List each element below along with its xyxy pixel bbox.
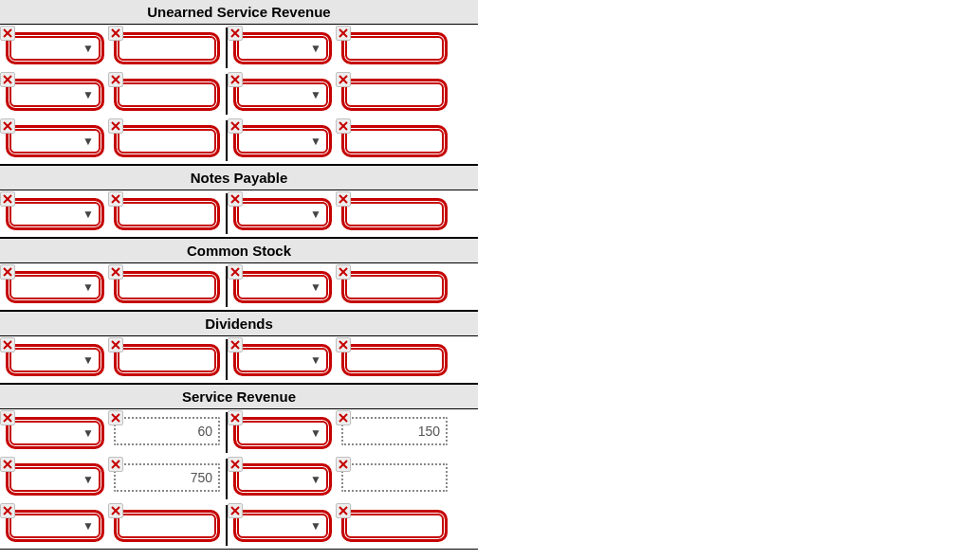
code-select[interactable]: ▼ <box>6 125 104 157</box>
amount-value: 750 <box>191 470 212 485</box>
select-cell: ▼ <box>2 459 108 499</box>
amount-input[interactable] <box>114 79 220 111</box>
select-cell: ▼ <box>229 459 336 499</box>
code-select[interactable]: ▼ <box>233 79 332 111</box>
chevron-down-icon: ▼ <box>82 208 94 221</box>
amount-input[interactable]: 750 <box>114 463 220 492</box>
error-badge <box>336 503 351 518</box>
code-select[interactable]: ▼ <box>233 463 332 496</box>
account-title: Notes Payable <box>0 166 478 190</box>
close-icon <box>3 267 12 277</box>
code-select[interactable]: ▼ <box>6 344 104 376</box>
code-select[interactable]: ▼ <box>6 79 104 111</box>
close-icon <box>3 75 12 84</box>
amount-cell <box>110 266 224 307</box>
code-select[interactable]: ▼ <box>233 198 332 230</box>
code-select[interactable]: ▼ <box>6 417 104 449</box>
code-select[interactable]: ▼ <box>6 198 104 230</box>
close-icon <box>111 194 120 204</box>
close-icon <box>111 75 120 84</box>
error-badge <box>228 26 243 41</box>
amount-input[interactable] <box>114 510 220 542</box>
amount-input[interactable] <box>341 463 448 492</box>
amount-input[interactable] <box>114 198 220 230</box>
chevron-down-icon: ▼ <box>310 473 321 486</box>
amount-input[interactable] <box>341 510 448 542</box>
error-badge <box>108 118 123 134</box>
chevron-down-icon: ▼ <box>82 42 94 55</box>
taccount-row: ▼ 60 ▼ 150 <box>0 409 478 456</box>
close-icon <box>230 121 240 131</box>
amount-cell <box>110 339 224 380</box>
select-cell: ▼ <box>229 27 336 68</box>
code-select[interactable]: ▼ <box>233 32 332 64</box>
close-icon <box>339 267 348 277</box>
taccount-rows: ▼ ▼ <box>0 336 478 383</box>
debit-side: ▼ 750 <box>2 459 224 499</box>
close-icon <box>111 121 120 131</box>
select-cell: ▼ <box>229 120 336 161</box>
taccount-rows: ▼ 60 ▼ 150 <box>0 409 478 549</box>
amount-cell <box>338 27 451 68</box>
account-title: Unearned Service Revenue <box>0 0 478 25</box>
select-cell: ▼ <box>229 339 336 380</box>
chevron-down-icon: ▼ <box>310 280 321 294</box>
code-select[interactable]: ▼ <box>6 510 104 542</box>
select-cell: ▼ <box>229 505 336 546</box>
code-select[interactable]: ▼ <box>233 417 332 449</box>
close-icon <box>3 506 12 515</box>
amount-input[interactable] <box>341 125 448 157</box>
code-select[interactable]: ▼ <box>233 125 332 157</box>
error-badge <box>108 457 123 472</box>
amount-cell <box>338 266 451 307</box>
error-badge <box>0 264 15 280</box>
code-select[interactable]: ▼ <box>6 32 104 64</box>
account-title: Dividends <box>0 312 478 336</box>
credit-side: ▼ <box>229 27 451 68</box>
close-icon <box>230 460 240 469</box>
error-badge <box>228 191 243 207</box>
code-select[interactable]: ▼ <box>233 344 332 376</box>
amount-input[interactable] <box>114 271 220 303</box>
taccount-row: ▼ ▼ <box>0 190 478 237</box>
amount-input[interactable] <box>341 271 448 303</box>
amount-cell <box>338 193 451 234</box>
close-icon <box>111 506 120 515</box>
amount-input[interactable] <box>114 125 220 157</box>
select-cell: ▼ <box>2 505 108 546</box>
credit-side: ▼ <box>229 120 451 161</box>
error-badge <box>336 72 351 87</box>
amount-input[interactable]: 150 <box>341 417 448 445</box>
amount-input[interactable] <box>341 32 448 64</box>
code-select[interactable]: ▼ <box>6 463 104 496</box>
credit-side: ▼ 150 <box>229 412 451 453</box>
close-icon <box>3 194 12 204</box>
code-select[interactable]: ▼ <box>6 271 104 303</box>
chevron-down-icon: ▼ <box>310 208 321 221</box>
debit-side: ▼ <box>2 120 224 161</box>
amount-input[interactable]: 60 <box>114 417 220 445</box>
error-badge <box>228 72 243 87</box>
amount-input[interactable] <box>114 32 220 64</box>
error-badge <box>336 457 351 472</box>
amount-cell <box>338 120 451 161</box>
amount-input[interactable] <box>341 198 448 230</box>
error-badge <box>108 337 123 352</box>
select-cell: ▼ <box>229 74 336 115</box>
close-icon <box>339 340 348 350</box>
chevron-down-icon: ▼ <box>82 426 94 440</box>
chevron-down-icon: ▼ <box>82 473 94 486</box>
chevron-down-icon: ▼ <box>310 42 321 55</box>
close-icon <box>111 28 120 38</box>
chevron-down-icon: ▼ <box>310 88 321 101</box>
amount-input[interactable] <box>341 344 448 376</box>
amount-cell <box>110 120 224 161</box>
code-select[interactable]: ▼ <box>233 271 332 303</box>
close-icon <box>3 340 12 350</box>
amount-input[interactable] <box>341 79 448 111</box>
amount-input[interactable] <box>114 344 220 376</box>
code-select[interactable]: ▼ <box>233 510 332 542</box>
error-badge <box>336 118 351 134</box>
amount-value: 150 <box>418 424 440 439</box>
close-icon <box>339 506 348 515</box>
